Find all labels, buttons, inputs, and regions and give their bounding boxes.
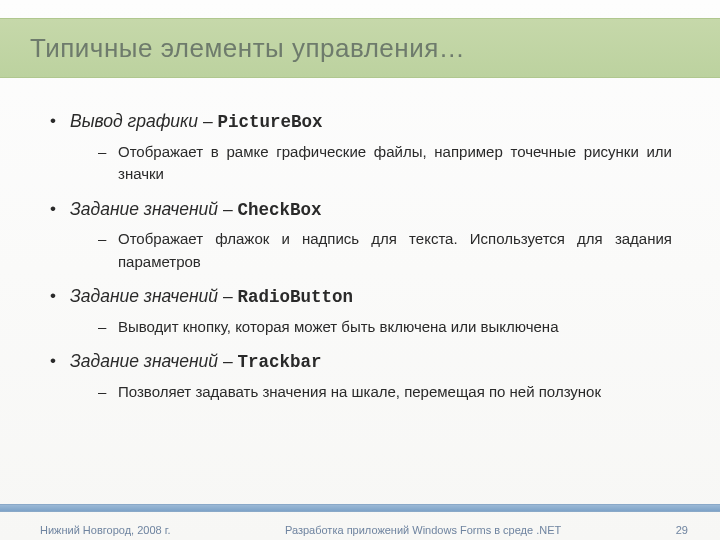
item-description: Выводит кнопку, которая может быть включ… (118, 316, 672, 339)
list-item: • Задание значений – CheckBox (50, 198, 672, 223)
dash-icon: – (98, 316, 118, 338)
footer-accent-bar (0, 504, 720, 512)
footer-title: Разработка приложений Windows Forms в ср… (170, 524, 675, 536)
list-subitem: – Отображает флажок и надпись для текста… (98, 228, 672, 273)
bullet-icon: • (50, 285, 70, 307)
bullet-icon: • (50, 110, 70, 132)
control-name: CheckBox (238, 200, 322, 220)
slide: Типичные элементы управления… • Вывод гр… (0, 0, 720, 540)
list-item: • Задание значений – Trackbar (50, 350, 672, 375)
item-lead: Вывод графики (70, 111, 198, 131)
item-lead: Задание значений (70, 286, 218, 306)
content-area: • Вывод графики – PictureBox – Отображае… (50, 100, 672, 480)
item-lead: Задание значений (70, 351, 218, 371)
list-item: • Вывод графики – PictureBox (50, 110, 672, 135)
control-name: Trackbar (238, 352, 322, 372)
control-name: RadioButton (238, 287, 354, 307)
page-number: 29 (676, 524, 688, 536)
dash-icon: – (98, 381, 118, 403)
bullet-icon: • (50, 198, 70, 220)
bullet-icon: • (50, 350, 70, 372)
item-lead: Задание значений (70, 199, 218, 219)
item-description: Отображает флажок и надпись для текста. … (118, 228, 672, 273)
item-description: Отображает в рамке графические файлы, на… (118, 141, 672, 186)
list-subitem: – Позволяет задавать значения на шкале, … (98, 381, 672, 404)
list-subitem: – Выводит кнопку, которая может быть вкл… (98, 316, 672, 339)
dash-icon: – (98, 228, 118, 250)
list-subitem: – Отображает в рамке графические файлы, … (98, 141, 672, 186)
slide-title: Типичные элементы управления… (30, 33, 465, 64)
footer-location: Нижний Новгород, 2008 г. (40, 524, 170, 536)
title-band: Типичные элементы управления… (0, 18, 720, 78)
dash-icon: – (98, 141, 118, 163)
item-description: Позволяет задавать значения на шкале, пе… (118, 381, 672, 404)
control-name: PictureBox (217, 112, 322, 132)
footer: Нижний Новгород, 2008 г. Разработка прил… (0, 524, 720, 536)
list-item: • Задание значений – RadioButton (50, 285, 672, 310)
